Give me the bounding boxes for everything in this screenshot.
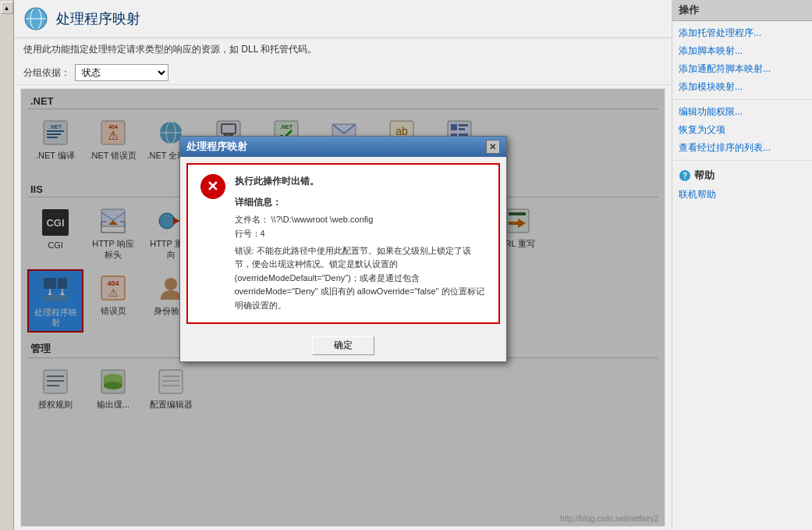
modal-line: 行号：4	[235, 227, 486, 241]
action-add-managed[interactable]: 添加托管处理程序...	[672, 24, 812, 42]
action-add-module[interactable]: 添加模块映射...	[672, 78, 812, 96]
right-panel: 操作 添加托管处理程序... 添加脚本映射... 添加通配符脚本映射... 添加…	[672, 0, 812, 530]
action-edit-permissions[interactable]: 编辑功能权限...	[672, 103, 812, 121]
modal-ok-button[interactable]: 确定	[312, 336, 374, 355]
modal-body: ✕ 执行此操作时出错。 详细信息： 文件名： \\?\D:\wwwroot \w…	[186, 163, 500, 324]
modal-detail-content: 文件名： \\?\D:\wwwroot \web.config 行号：4 错误:…	[235, 213, 486, 312]
scroll-up-btn[interactable]: ▲	[1, 2, 13, 14]
group-by-label: 分组依据：	[23, 66, 70, 80]
action-view-sorted[interactable]: 查看经过排序的列表...	[672, 139, 812, 157]
right-panel-edit-actions: 编辑功能权限... 恢复为父项 查看经过排序的列表...	[672, 100, 812, 161]
right-panel-header: 操作	[672, 0, 812, 21]
page-description: 使用此功能指定处理特定请求类型的响应的资源，如 DLL 和托管代码。	[14, 38, 672, 61]
page-icon	[23, 6, 48, 31]
modal-title: 处理程序映射	[186, 140, 247, 154]
modal-error-row: ✕ 执行此操作时出错。 详细信息： 文件名： \\?\D:\wwwroot \w…	[200, 174, 486, 313]
icon-grid: .NET .NET .NET 编译	[20, 88, 665, 527]
modal-error-detail: 错误: 不能在此路径中使用此配置节。如果在父级别上锁定了该节，便会出现这种情况。…	[235, 244, 486, 313]
help-label: 帮助	[694, 169, 714, 183]
modal-overlay: 处理程序映射 ✕ ✕ 执行此操作时出错。 详细信息：	[21, 89, 665, 526]
page-title: 处理程序映射	[56, 9, 140, 28]
right-panel-actions: 添加托管处理程序... 添加脚本映射... 添加通配符脚本映射... 添加模块映…	[672, 21, 812, 100]
action-online-help[interactable]: 联机帮助	[672, 186, 812, 204]
modal-filename-label: 文件名：	[235, 215, 269, 224]
right-panel-help-section: ? 帮助 联机帮助	[672, 161, 812, 208]
modal-filename-value: \\?\D:\wwwroot \web.config	[271, 215, 374, 224]
action-add-script[interactable]: 添加脚本映射...	[672, 42, 812, 60]
modal-error-text: 执行此操作时出错。 详细信息： 文件名： \\?\D:\wwwroot \web…	[235, 174, 486, 313]
modal-titlebar: 处理程序映射 ✕	[180, 137, 506, 157]
right-panel-help-header: ? 帮助	[672, 165, 812, 186]
modal-dialog: 处理程序映射 ✕ ✕ 执行此操作时出错。 详细信息：	[179, 136, 507, 362]
modal-footer: 确定	[180, 330, 506, 361]
action-add-wildcard[interactable]: 添加通配符脚本映射...	[672, 60, 812, 78]
scrollbar[interactable]: ▲	[0, 0, 14, 530]
modal-detail-label: 详细信息：	[235, 195, 486, 210]
help-icon: ?	[679, 169, 691, 182]
modal-error-icon: ✕	[200, 174, 225, 199]
modal-close-button[interactable]: ✕	[486, 140, 500, 154]
svg-text:?: ?	[683, 172, 687, 180]
action-restore-parent[interactable]: 恢复为父项	[672, 121, 812, 139]
modal-filename: 文件名： \\?\D:\wwwroot \web.config	[235, 213, 486, 227]
group-by-row: 分组依据： 状态	[14, 61, 672, 85]
modal-error-title: 执行此操作时出错。	[235, 174, 486, 189]
group-by-select[interactable]: 状态	[75, 64, 168, 81]
page-header: 处理程序映射	[14, 0, 672, 38]
